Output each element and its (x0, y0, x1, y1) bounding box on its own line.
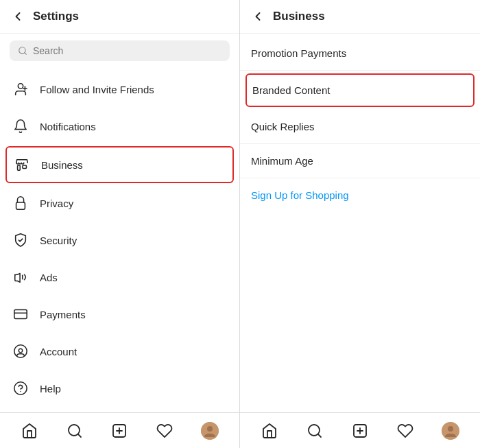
svg-point-23 (207, 426, 213, 432)
left-bottom-nav (0, 412, 239, 448)
branded-content-label: Branded Content (252, 84, 330, 96)
left-nav-search[interactable] (61, 417, 88, 445)
svg-rect-9 (14, 310, 27, 319)
right-menu-item-quick-replies[interactable]: Quick Replies (240, 110, 480, 144)
menu-label-privacy: Privacy (40, 198, 73, 209)
svg-line-25 (318, 434, 321, 436)
right-header: Business (240, 0, 480, 34)
menu-label-business: Business (41, 159, 83, 171)
promotion-payments-label: Promotion Payments (251, 47, 346, 59)
right-menu-item-branded-content[interactable]: Branded Content (245, 73, 475, 107)
svg-line-18 (77, 434, 80, 436)
search-bar (10, 40, 230, 61)
svg-rect-5 (18, 165, 21, 170)
sign-up-shopping-label: Sign Up for Shopping (251, 189, 349, 201)
svg-rect-6 (23, 165, 26, 169)
menu-item-payments[interactable]: Payments (0, 296, 239, 333)
left-nav-plus[interactable] (106, 417, 133, 445)
left-nav-avatar[interactable] (196, 417, 224, 445)
menu-label-payments: Payments (40, 309, 86, 320)
right-nav-heart[interactable] (392, 417, 419, 445)
left-back-button[interactable] (11, 10, 25, 23)
right-nav-search[interactable] (301, 417, 328, 445)
left-panel: Settings Follow and Invite Friends (0, 0, 240, 448)
minimum-age-label: Minimum Age (251, 155, 313, 167)
person-circle-icon (11, 342, 30, 361)
menu-item-account[interactable]: Account (0, 333, 239, 370)
menu-label-account: Account (40, 346, 77, 357)
right-nav-plus[interactable] (346, 417, 374, 445)
left-header: Settings (0, 0, 239, 34)
search-input[interactable] (33, 45, 221, 56)
right-avatar (442, 422, 459, 440)
shop-icon (12, 155, 32, 174)
svg-point-2 (18, 84, 23, 89)
svg-rect-7 (16, 202, 25, 209)
person-plus-icon (11, 80, 30, 99)
menu-item-about[interactable]: About (0, 407, 239, 412)
left-nav-home[interactable] (16, 417, 43, 445)
right-menu-item-promotion-payments[interactable]: Promotion Payments (240, 36, 480, 71)
left-menu-list: Follow and Invite Friends Notifications (0, 68, 239, 412)
megaphone-icon (11, 268, 30, 287)
menu-label-security: Security (40, 235, 77, 246)
svg-point-12 (14, 382, 27, 394)
right-menu-item-minimum-age[interactable]: Minimum Age (240, 144, 480, 178)
menu-item-ads[interactable]: Ads (0, 259, 239, 296)
left-nav-heart[interactable] (151, 417, 178, 445)
right-nav-avatar[interactable] (437, 417, 464, 445)
right-panel-title: Business (273, 10, 325, 23)
menu-item-business[interactable]: Business (5, 146, 234, 183)
bell-icon (11, 117, 30, 136)
svg-point-30 (448, 426, 453, 432)
menu-item-privacy[interactable]: Privacy (0, 185, 239, 222)
svg-line-1 (25, 53, 27, 55)
menu-item-notifications[interactable]: Notifications (0, 108, 239, 145)
search-icon (18, 46, 27, 56)
menu-item-help[interactable]: Help (0, 370, 239, 407)
left-avatar (201, 422, 219, 440)
menu-item-security[interactable]: Security (0, 222, 239, 259)
lock-icon (11, 193, 30, 213)
svg-point-11 (14, 345, 27, 357)
question-circle-icon (11, 379, 30, 398)
left-panel-title: Settings (33, 10, 79, 23)
right-nav-home[interactable] (256, 417, 283, 445)
credit-card-icon (11, 305, 30, 324)
quick-replies-label: Quick Replies (251, 121, 315, 132)
menu-item-follow[interactable]: Follow and Invite Friends (0, 71, 239, 108)
menu-label-follow: Follow and Invite Friends (40, 84, 154, 95)
right-panel: Business Promotion Payments Branded Cont… (240, 0, 480, 448)
right-back-button[interactable] (251, 10, 265, 23)
menu-label-notifications: Notifications (40, 121, 96, 132)
right-menu-item-sign-up-shopping[interactable]: Sign Up for Shopping (240, 178, 480, 212)
right-menu-list: Promotion Payments Branded Content Quick… (240, 34, 480, 412)
menu-label-ads: Ads (40, 272, 58, 283)
right-bottom-nav (240, 412, 480, 448)
menu-label-help: Help (40, 383, 61, 394)
shield-icon (11, 231, 30, 250)
